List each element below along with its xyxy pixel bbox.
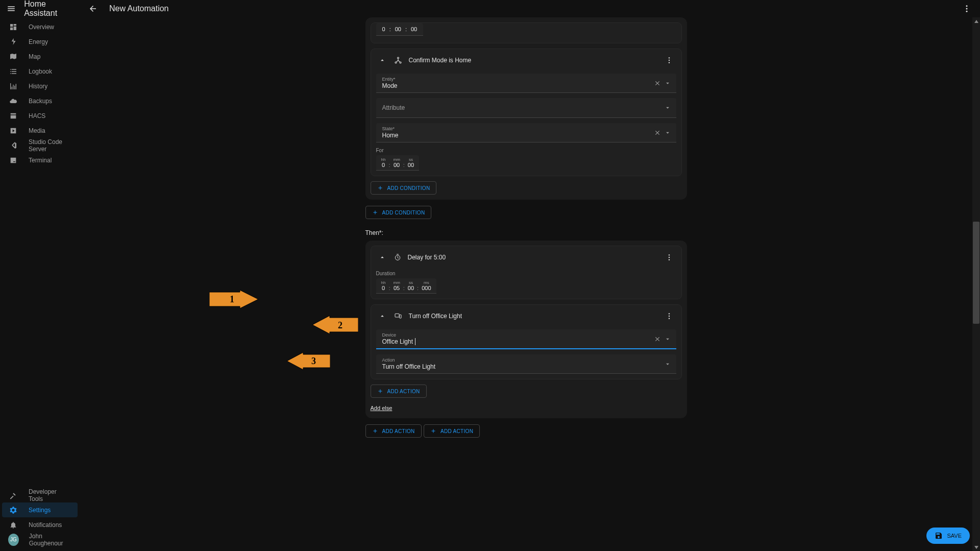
duration-label: Duration — [376, 271, 676, 276]
page-more-button[interactable] — [960, 2, 974, 16]
bell-icon — [8, 520, 18, 530]
sidebar-item-backups[interactable]: Backups — [2, 93, 78, 108]
svg-point-12 — [668, 259, 669, 260]
list-icon — [8, 66, 18, 77]
sidebar-item-label: History — [29, 83, 47, 90]
sidebar-item-terminal[interactable]: Terminal — [2, 153, 78, 167]
svg-point-10 — [668, 254, 669, 255]
device-field[interactable]: Device Office Light — [376, 329, 676, 349]
sidebar-item-label: Media — [29, 127, 45, 134]
sidebar-item-history[interactable]: History — [2, 79, 78, 93]
clear-icon[interactable] — [654, 80, 661, 87]
time-hh: 0 — [382, 26, 385, 32]
sidebar-item-energy[interactable]: Energy — [2, 34, 78, 49]
svg-point-3 — [397, 57, 399, 59]
sidebar-item-media[interactable]: Media — [2, 123, 78, 138]
sidebar-header: Home Assistant — [0, 0, 80, 17]
sidebar-item-overview[interactable]: Overview — [2, 19, 78, 34]
sidebar-item-code-server[interactable]: Studio Code Server — [2, 138, 78, 153]
chart-icon — [8, 81, 18, 91]
sidebar-item-map[interactable]: Map — [2, 49, 78, 64]
timer-icon — [394, 253, 402, 261]
time-ss: 00 — [411, 26, 417, 32]
play-box-icon — [8, 126, 18, 136]
entity-value: Mode — [382, 82, 670, 89]
sidebar-item-hacs[interactable]: HACS — [2, 108, 78, 123]
sidebar-item-label: HACS — [29, 112, 45, 119]
scroll-down-icon[interactable] — [972, 543, 980, 551]
app-title: Home Assistant — [24, 0, 74, 18]
chevron-down-icon[interactable] — [664, 361, 671, 368]
sidebar-item-dev-tools[interactable]: Developer Tools — [2, 488, 78, 502]
add-else-link[interactable]: Add else — [371, 403, 393, 413]
delay-card: Delay for 5:00 Duration hh0 : mm05 : ss0… — [371, 246, 682, 299]
add-action-outer-button[interactable]: ADD ACTION — [365, 424, 422, 438]
devices-icon — [394, 312, 403, 320]
sidebar-item-label: Terminal — [29, 157, 52, 164]
card-more-button[interactable] — [663, 251, 675, 263]
sidebar-item-label: Logbook — [29, 68, 52, 75]
svg-rect-14 — [399, 315, 401, 318]
collapse-button[interactable] — [377, 252, 387, 262]
clear-icon[interactable] — [654, 336, 661, 343]
time-display[interactable]: 0 : 00 : 00 — [376, 23, 424, 36]
page-title: New Automation — [109, 4, 169, 13]
svg-point-0 — [966, 5, 968, 7]
add-action-bottom-button[interactable]: ADD ACTION — [424, 424, 480, 438]
chevron-down-icon[interactable] — [664, 336, 671, 343]
sidebar-item-notifications[interactable]: Notifications — [2, 517, 78, 532]
sidebar-item-logbook[interactable]: Logbook — [2, 64, 78, 79]
entity-label: Entity* — [382, 77, 670, 82]
svg-point-16 — [668, 316, 669, 317]
bolt-icon — [8, 37, 18, 47]
svg-point-1 — [966, 8, 968, 10]
svg-point-5 — [400, 62, 401, 63]
add-condition-inner-button[interactable]: ADD CONDITION — [371, 181, 437, 195]
svg-point-4 — [395, 62, 397, 63]
for-duration[interactable]: hh0 : mm00 : ss00 — [376, 155, 420, 171]
chevron-down-icon[interactable] — [664, 80, 671, 87]
add-condition-outer-button[interactable]: ADD CONDITION — [365, 206, 432, 219]
state-field[interactable]: State* Home — [376, 123, 676, 142]
card-more-button[interactable] — [663, 310, 675, 322]
add-action-inner-button[interactable]: ADD ACTION — [371, 385, 427, 398]
device-action-title: Turn off Office Light — [409, 313, 462, 320]
chevron-down-icon[interactable] — [664, 129, 671, 136]
entity-field[interactable]: Entity* Mode — [376, 74, 676, 93]
scroll-up-icon[interactable] — [972, 17, 980, 25]
gear-icon — [8, 505, 18, 515]
cloud-icon — [8, 96, 18, 106]
dashboard-icon — [8, 22, 18, 32]
attribute-label: Attribute — [382, 101, 670, 114]
card-more-button[interactable] — [663, 54, 675, 66]
for-label: For — [376, 148, 676, 153]
condition-title: Confirm Mode is Home — [409, 57, 472, 64]
scroll-thumb[interactable] — [973, 222, 979, 324]
save-button[interactable]: SAVE — [926, 528, 970, 544]
sidebar-item-label: Settings — [29, 507, 51, 514]
action-field[interactable]: Action Turn off Office Light — [376, 354, 676, 374]
collapse-button[interactable] — [377, 311, 387, 321]
conditions-outer-card: 0 : 00 : 00 Confirm Mode is Home — [365, 17, 687, 200]
attribute-field[interactable]: Attribute — [376, 98, 676, 118]
sidebar-item-user[interactable]: JG John Goughenour — [2, 532, 78, 547]
previous-card-bottom: 0 : 00 : 00 — [371, 22, 682, 43]
svg-point-8 — [668, 62, 669, 63]
svg-point-11 — [668, 257, 669, 258]
avatar: JG — [8, 534, 19, 546]
back-button[interactable] — [86, 2, 100, 16]
hamburger-icon[interactable] — [6, 3, 16, 14]
scrollbar[interactable] — [972, 17, 980, 551]
state-value: Home — [382, 132, 670, 139]
sidebar-nav: Overview Energy Map Logbook History Back… — [0, 17, 80, 488]
sidebar-item-settings[interactable]: Settings — [2, 502, 78, 517]
collapse-button[interactable] — [377, 55, 387, 65]
sidebar-item-label: Overview — [29, 23, 54, 31]
clear-icon[interactable] — [654, 129, 661, 136]
state-label: State* — [382, 126, 670, 131]
sidebar-item-label: Backups — [29, 98, 52, 105]
topbar: New Automation — [80, 0, 980, 17]
state-icon — [394, 56, 403, 65]
chevron-down-icon[interactable] — [664, 104, 671, 111]
delay-duration[interactable]: hh0 : mm05 : ss00 : ms000 — [376, 278, 436, 294]
